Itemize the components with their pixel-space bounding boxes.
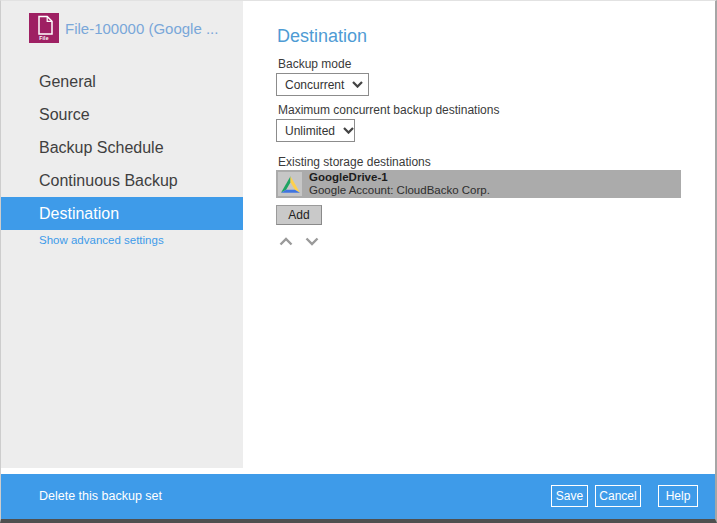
sidebar-header: File File-100000 (Google ... — [1, 1, 243, 61]
sidebar-item-destination[interactable]: Destination — [1, 197, 243, 230]
google-drive-logo — [281, 176, 300, 193]
cancel-button[interactable]: Cancel — [595, 485, 641, 507]
sidebar-item-source[interactable]: Source — [1, 98, 243, 131]
chevron-down-icon — [352, 81, 363, 88]
advanced-settings-link[interactable]: Show advanced settings — [39, 234, 164, 246]
destination-row[interactable]: GoogleDrive-1 Google Account: CloudBacko… — [276, 170, 681, 198]
max-concurrent-value: Unlimited — [285, 124, 335, 138]
page-title: Destination — [277, 26, 367, 47]
move-down-button[interactable] — [305, 232, 319, 246]
destination-info: GoogleDrive-1 Google Account: CloudBacko… — [309, 171, 490, 197]
backup-mode-select[interactable]: Concurrent — [276, 73, 369, 96]
sidebar-item-backup-schedule[interactable]: Backup Schedule — [1, 131, 243, 164]
move-up-button[interactable] — [279, 232, 293, 246]
max-concurrent-select[interactable]: Unlimited — [276, 119, 355, 142]
destination-name: GoogleDrive-1 — [309, 171, 490, 184]
footer-bar: Delete this backup set Save Cancel Help — [1, 474, 715, 519]
destination-panel: Destination Backup mode Concurrent Maxim… — [243, 1, 715, 468]
window-title: File-100000 (Google ... — [65, 20, 240, 37]
chevron-down-icon — [305, 237, 319, 246]
backup-set-settings-window: File File-100000 (Google ... General Sou… — [0, 0, 717, 523]
file-badge-icon: File — [29, 13, 59, 43]
chevron-down-icon — [343, 127, 354, 134]
save-button[interactable]: Save — [551, 485, 588, 507]
delete-backup-set-link[interactable]: Delete this backup set — [39, 474, 162, 519]
sidebar-item-general[interactable]: General — [1, 65, 243, 98]
google-drive-icon — [278, 172, 302, 196]
sidebar: File File-100000 (Google ... General Sou… — [1, 1, 243, 468]
backup-mode-label: Backup mode — [278, 57, 351, 71]
chevron-up-icon — [279, 237, 293, 246]
destination-account: Google Account: CloudBacko Corp. — [309, 184, 490, 197]
reorder-controls — [279, 232, 319, 246]
add-destination-button[interactable]: Add — [276, 205, 322, 225]
backup-mode-value: Concurrent — [285, 78, 344, 92]
max-concurrent-label: Maximum concurrent backup destinations — [278, 103, 499, 117]
help-button[interactable]: Help — [658, 485, 698, 507]
sidebar-item-continuous-backup[interactable]: Continuous Backup — [1, 164, 243, 197]
file-badge-label: File — [29, 35, 59, 41]
sidebar-menu: General Source Backup Schedule Continuou… — [1, 65, 243, 230]
existing-destinations-label: Existing storage destinations — [278, 155, 431, 169]
